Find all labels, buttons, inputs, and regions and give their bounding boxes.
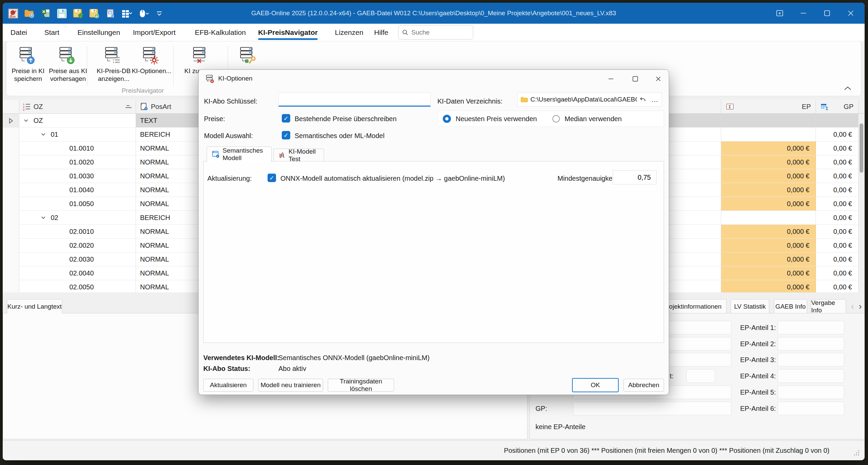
column-header-ep[interactable]: Σ EP [721,100,816,114]
row-indicator-cell[interactable] [3,183,19,197]
info-field[interactable] [573,402,731,415]
open-file-icon[interactable] [24,7,35,20]
row-indicator-cell[interactable] [3,252,19,266]
ep-cell[interactable]: 0,000 € [721,252,816,266]
ribbon-collapse-icon[interactable] [842,84,854,93]
preise-checkbox-label[interactable]: Bestehende Preise überschreiben [295,114,396,124]
menu-tab-einstellungen[interactable]: Einstellungen [77,24,120,41]
tab-lv-statistik[interactable]: LV Statistik [731,299,769,313]
radio-neuester-preis-label[interactable]: Neuesten Preis verwenden [456,114,537,124]
ep-anteil-field[interactable] [778,369,844,383]
dialog-minimize-icon[interactable] [603,72,619,85]
ribbon-button-preise-aus-ki-vorhersagen[interactable]: Preise aus KIvorhersagen [47,44,89,88]
row-indicator-cell[interactable] [3,239,19,252]
close-button[interactable] [839,3,863,24]
column-header-gp[interactable]: Σ GP [816,100,859,114]
tabs-scroll-left-icon[interactable]: ‹ [849,299,856,313]
radio-median-label[interactable]: Median verwenden [565,114,622,124]
tab-kurz-und-langtext[interactable]: Kurz- und Langtext [7,299,62,313]
maximize-button[interactable] [815,3,839,24]
menu-tab-lizenzen[interactable]: Lizenzen [335,24,363,41]
menu-tab-datei[interactable]: Datei [10,24,27,41]
dialog-close-icon[interactable] [650,72,666,85]
row-indicator-cell[interactable] [3,225,19,239]
row-indicator-cell[interactable] [3,197,19,211]
gp-cell[interactable]: 0,00 € [816,211,859,225]
tab-vergabe-info[interactable]: Vergabe Info [811,299,846,313]
radio-neuester-preis[interactable] [443,115,451,123]
ep-cell[interactable] [721,211,816,225]
row-indicator-cell[interactable] [3,280,19,292]
gp-cell[interactable]: 0,00 € [816,197,859,211]
resize-grip[interactable] [853,449,860,456]
oz-cell[interactable]: 02.0040 [19,266,136,280]
pointer-options-icon[interactable] [137,7,149,20]
gp-cell[interactable]: 0,00 € [816,155,859,169]
gp-cell[interactable]: 0,00 € [816,239,859,252]
ok-button[interactable]: OK [572,378,619,392]
row-indicator-cell[interactable] [3,169,19,183]
ep-cell[interactable]: 0,000 € [721,155,816,169]
modell-checkbox-label[interactable]: Semantisches oder ML-Model [295,131,385,141]
row-indicator-cell[interactable] [3,266,19,280]
onnx-checkbox[interactable]: ✓ [268,174,276,182]
tab-ki-modell-test[interactable]: KI-Modell Test [273,149,324,161]
menu-tab-import-export[interactable]: Import/Export [133,24,176,41]
aktualisieren-button[interactable]: Aktualisieren [203,379,253,392]
gp-cell[interactable]: 0,00 € [816,225,859,239]
tree-collapse-icon[interactable] [41,132,48,137]
abbrechen-button[interactable]: Abbrechen [623,379,664,392]
oz-cell[interactable]: 01.0050 [19,197,136,211]
gp-cell[interactable]: 0,00 € [816,252,859,266]
oz-cell[interactable]: 02.0030 [19,252,136,266]
gp-cell[interactable]: 0,00 € [816,128,859,141]
dialog-title-bar[interactable]: KI-Optionen [199,70,669,87]
excel-export-icon[interactable] [40,7,51,20]
browse-ellipsis-icon[interactable]: … [651,95,659,104]
abo-schluessel-input[interactable] [278,92,431,107]
ribbon-button-ki-preis-db-anzeigen[interactable]: KI-Preis-DBanzeigen... [96,44,131,88]
ep-anteil-field[interactable] [778,337,844,351]
ep-anteil-field[interactable] [778,385,844,399]
ki-daten-path-value[interactable]: C:\Users\gaeb\AppData\Local\GAEBOnline\l [530,96,637,103]
ep-cell[interactable]: 0,000 € [721,266,816,280]
info-field[interactable] [686,369,715,383]
row-indicator-cell[interactable] [3,211,19,225]
grid-cell[interactable] [816,114,859,128]
ep-cell[interactable]: 0,000 € [721,239,816,252]
row-indicator-cell[interactable] [3,155,19,169]
ep-cell[interactable] [721,128,816,141]
tabs-scroll-right-icon[interactable]: › [856,299,864,313]
oz-cell[interactable]: 01.0010 [19,141,136,155]
trainingsdaten-loeschen-button[interactable]: Trainingsdaten löschen [328,379,394,392]
search-input[interactable] [411,29,462,36]
gp-cell[interactable]: 0,00 € [816,266,859,280]
customize-toolbar-icon[interactable] [154,7,165,20]
menu-tab-hilfe[interactable]: Hilfe [374,24,388,41]
save-kalkulation-icon[interactable] [72,7,84,20]
view-grid-icon[interactable] [121,7,133,20]
ep-anteil-field[interactable] [778,321,844,334]
oz-cell[interactable]: 01.0040 [19,183,136,197]
modell-neu-trainieren-button[interactable]: Modell neu trainieren [258,379,323,392]
undo-icon[interactable] [639,96,646,103]
oz-cell[interactable]: 02.0020 [19,239,136,252]
ki-daten-path-box[interactable]: C:\Users\gaeb\AppData\Local\GAEBOnline\l… [517,92,662,107]
search-box[interactable] [398,25,473,40]
ep-cell[interactable]: 0,000 € [721,280,816,292]
ribbon-button-ki-optionen[interactable]: KI-Optionen... [132,44,171,88]
ep-anteil-field[interactable] [778,402,844,415]
dialog-maximize-icon[interactable] [627,72,643,85]
ep-cell[interactable]: 0,000 € [721,225,816,239]
app-logo-icon[interactable]: 2025 [7,7,19,20]
tab-gaeb-info[interactable]: GAEB Info [774,299,807,313]
vertical-scrollbar[interactable] [860,124,863,173]
mindestgenauigkeit-input[interactable] [613,170,657,184]
print-preview-icon[interactable] [105,7,116,20]
gp-cell[interactable]: 0,00 € [816,280,859,292]
row-indicator-cell[interactable] [3,141,19,155]
tab-semantisches-modell[interactable]: Semantisches Modell [207,147,272,162]
ep-cell[interactable]: 0,000 € [721,183,816,197]
tree-collapse-icon[interactable] [41,215,48,220]
radio-median[interactable] [552,115,560,123]
